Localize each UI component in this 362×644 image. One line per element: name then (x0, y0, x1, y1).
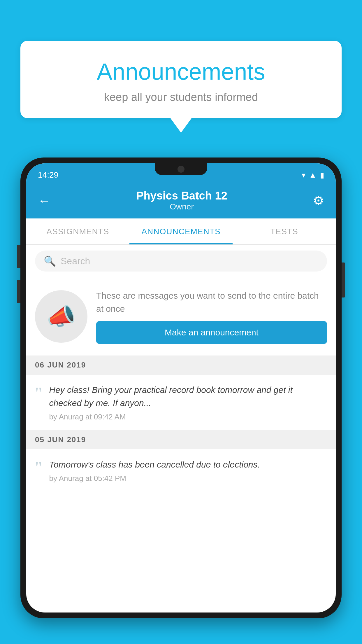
phone-mockup: 14:29 ▾ ▲ ▮ ← Physics Batch 12 Owner ⚙ (20, 158, 342, 644)
signal-icon: ▲ (309, 171, 317, 180)
status-icons: ▾ ▲ ▮ (302, 171, 324, 180)
make-announcement-button[interactable]: Make an announcement (96, 321, 327, 344)
search-container: 🔍 Search (26, 245, 336, 277)
hero-title: Announcements (38, 58, 324, 85)
settings-icon[interactable]: ⚙ (313, 193, 324, 208)
announcement-text-1: Hey class! Bring your practical record b… (49, 383, 327, 410)
phone-body: 14:29 ▾ ▲ ▮ ← Physics Batch 12 Owner ⚙ (20, 158, 342, 618)
hero-section: Announcements keep all your students inf… (20, 41, 342, 118)
batch-role: Owner (51, 202, 313, 211)
megaphone-icon: 📣 (47, 303, 76, 330)
announcement-item-1: " Hey class! Bring your practical record… (26, 374, 336, 430)
tab-announcements[interactable]: ANNOUNCEMENTS (129, 218, 233, 244)
date-separator-1: 06 JUN 2019 (26, 356, 336, 374)
date-separator-2: 05 JUN 2019 (26, 430, 336, 449)
volume-up-button (17, 245, 20, 268)
announcement-description: These are messages you want to send to t… (96, 289, 327, 315)
header-title-area: Physics Batch 12 Owner (51, 190, 313, 211)
announcement-meta-1: by Anurag at 09:42 AM (49, 412, 327, 421)
announcement-prompt: 📣 These are messages you want to send to… (26, 277, 336, 356)
search-icon: 🔍 (44, 255, 56, 267)
tabs-bar: ASSIGNMENTS ANNOUNCEMENTS TESTS (26, 218, 336, 245)
batch-title: Physics Batch 12 (51, 190, 313, 202)
phone-screen: 14:29 ▾ ▲ ▮ ← Physics Batch 12 Owner ⚙ (26, 163, 336, 612)
back-button[interactable]: ← (38, 193, 51, 208)
wifi-icon: ▾ (302, 171, 305, 180)
announcement-content-2: Tomorrow's class has been cancelled due … (49, 458, 327, 483)
speech-bubble-card: Announcements keep all your students inf… (20, 41, 342, 118)
search-placeholder: Search (61, 256, 90, 267)
power-button (342, 262, 345, 298)
tab-assignments[interactable]: ASSIGNMENTS (26, 218, 129, 244)
announcement-content-1: Hey class! Bring your practical record b… (49, 383, 327, 421)
quote-icon: " (35, 384, 42, 402)
announcement-item-2: " Tomorrow's class has been cancelled du… (26, 449, 336, 492)
tab-tests[interactable]: TESTS (233, 218, 336, 244)
announcement-icon-circle: 📣 (35, 290, 87, 343)
announcement-right: These are messages you want to send to t… (96, 289, 327, 344)
battery-icon: ▮ (320, 171, 324, 180)
phone-camera (178, 166, 184, 173)
quote-icon-2: " (35, 459, 42, 477)
volume-down-button (17, 280, 20, 303)
search-input-wrap[interactable]: 🔍 Search (35, 251, 327, 272)
status-time: 14:29 (38, 170, 58, 180)
app-header: ← Physics Batch 12 Owner ⚙ (26, 184, 336, 218)
announcement-text-2: Tomorrow's class has been cancelled due … (49, 458, 327, 471)
hero-subtitle: keep all your students informed (38, 91, 324, 104)
announcement-meta-2: by Anurag at 05:42 PM (49, 474, 327, 483)
